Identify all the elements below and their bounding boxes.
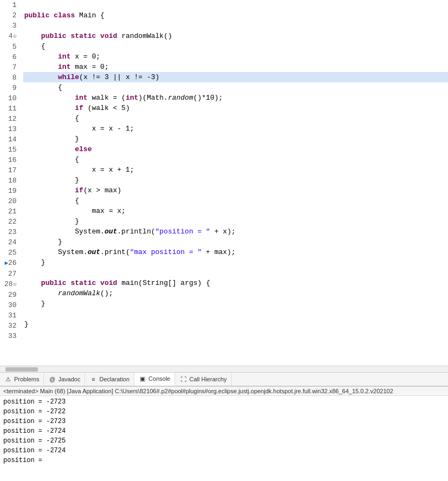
- code-line-5: {: [23, 41, 448, 51]
- tab-call-hierarchy[interactable]: ⛶Call Hierarchy: [175, 373, 231, 386]
- tab-console[interactable]: ▣Console: [134, 373, 175, 386]
- line-number-25: 25: [4, 248, 17, 258]
- hierarchy-icon: ⛶: [179, 375, 187, 383]
- line-number-30: 30: [4, 300, 17, 310]
- code-line-16: {: [23, 154, 448, 165]
- code-line-27: [23, 268, 448, 278]
- line-number-26: ►26: [4, 258, 17, 269]
- tab-label-0: Problems: [14, 376, 39, 382]
- code-line-19: if(x > max): [23, 185, 448, 196]
- code-line-31: [23, 309, 448, 319]
- tab-javadoc[interactable]: @Javadoc: [44, 373, 85, 386]
- line-number-22: 22: [4, 217, 17, 227]
- warning-icon: ⚠: [4, 375, 12, 383]
- line-number-2: 2: [4, 10, 17, 21]
- list-icon: ≡: [89, 375, 97, 383]
- editor-area: 1234⊙56789101112131415161718192021222324…: [0, 0, 448, 372]
- line-number-8: 8: [4, 73, 17, 83]
- line-number-24: 24: [4, 237, 17, 248]
- console-area: <terminated> Main (68) [Java Application…: [0, 386, 448, 481]
- code-line-18: }: [23, 175, 448, 185]
- tab-label-3: Console: [148, 375, 170, 382]
- line-number-4: 4⊙: [4, 31, 17, 42]
- line-number-13: 13: [4, 124, 17, 134]
- console-output: position = -2723position = -2722position…: [0, 396, 448, 481]
- line-number-14: 14: [4, 134, 17, 145]
- code-container: 1234⊙56789101112131415161718192021222324…: [0, 0, 448, 366]
- tab-declaration[interactable]: ≡Declaration: [85, 373, 134, 386]
- horizontal-scrollbar[interactable]: [0, 366, 448, 372]
- console-line: position = -2724: [3, 426, 445, 436]
- line-number-17: 17: [4, 165, 17, 176]
- code-line-7: int max = 0;: [23, 62, 448, 72]
- console-line: position = -2723: [3, 397, 445, 407]
- code-line-13: x = x - 1;: [23, 123, 448, 134]
- tab-label-1: Javadoc: [58, 376, 80, 382]
- code-line-30: }: [23, 298, 448, 309]
- line-number-5: 5: [4, 42, 17, 52]
- code-line-24: }: [23, 237, 448, 247]
- code-line-2: public class Main {: [23, 10, 448, 21]
- code-line-8: while(x != 3 || x != -3): [23, 72, 448, 82]
- code-line-17: x = x + 1;: [23, 165, 448, 175]
- code-line-15: else: [23, 144, 448, 154]
- code-lines[interactable]: public class Main { public static void r…: [21, 0, 448, 366]
- line-number-31: 31: [4, 310, 17, 321]
- console-line: position = -2722: [3, 407, 445, 417]
- code-line-3: [23, 21, 448, 31]
- line-number-16: 16: [4, 155, 17, 165]
- line-number-7: 7: [4, 62, 17, 73]
- code-line-25: System.out.print("max position = " + max…: [23, 247, 448, 257]
- tab-label-4: Call Hierarchy: [189, 376, 226, 382]
- code-line-32: }: [23, 319, 448, 329]
- line-number-19: 19: [4, 186, 17, 196]
- line-number-33: 33: [4, 331, 17, 341]
- line-numbers: 1234⊙56789101112131415161718192021222324…: [0, 0, 21, 366]
- line-number-3: 3: [4, 21, 17, 31]
- line-number-15: 15: [4, 145, 17, 155]
- code-line-28: public static void main(String[] args) {: [23, 278, 448, 288]
- line-number-6: 6: [4, 52, 17, 62]
- code-line-6: int x = 0;: [23, 51, 448, 62]
- code-line-11: if (walk < 5): [23, 103, 448, 113]
- code-line-1: [23, 0, 448, 10]
- scroll-thumb[interactable]: [5, 367, 38, 372]
- code-line-22: }: [23, 216, 448, 226]
- line-number-1: 1: [4, 0, 17, 10]
- line-number-29: 29: [4, 290, 17, 300]
- code-line-14: }: [23, 134, 448, 144]
- console-header: <terminated> Main (68) [Java Application…: [0, 387, 448, 396]
- line-number-10: 10: [4, 93, 17, 103]
- code-line-10: int walk = (int)(Math.random()*10);: [23, 93, 448, 103]
- line-number-23: 23: [4, 227, 17, 237]
- at-icon: @: [48, 375, 56, 383]
- code-line-21: max = x;: [23, 206, 448, 216]
- code-line-29: randomWalk();: [23, 288, 448, 298]
- line-number-18: 18: [4, 176, 17, 186]
- line-number-20: 20: [4, 196, 17, 206]
- line-number-32: 32: [4, 321, 17, 331]
- tab-problems[interactable]: ⚠Problems: [0, 373, 44, 386]
- console-line: position = -2725: [3, 436, 445, 446]
- tab-label-2: Declaration: [99, 376, 129, 382]
- console-line: position = -2723: [3, 417, 445, 426]
- code-line-33: [23, 329, 448, 340]
- line-number-9: 9: [4, 83, 17, 93]
- code-line-20: {: [23, 196, 448, 206]
- console-line: position = -2724: [3, 446, 445, 456]
- line-number-12: 12: [4, 114, 17, 124]
- line-number-21: 21: [4, 206, 17, 217]
- console-line: position =: [3, 456, 445, 465]
- code-line-4: public static void randomWalk(): [23, 31, 448, 41]
- console-icon: ▣: [139, 375, 146, 382]
- bottom-tab-bar: ⚠Problems@Javadoc≡Declaration▣Console⛶Ca…: [0, 372, 448, 386]
- code-line-26: }: [23, 257, 448, 268]
- code-line-12: {: [23, 113, 448, 123]
- line-number-28: 28⊙: [4, 279, 17, 290]
- line-number-11: 11: [4, 103, 17, 114]
- line-number-27: 27: [4, 269, 17, 279]
- code-line-23: System.out.println("position = " + x);: [23, 226, 448, 237]
- code-line-9: {: [23, 82, 448, 93]
